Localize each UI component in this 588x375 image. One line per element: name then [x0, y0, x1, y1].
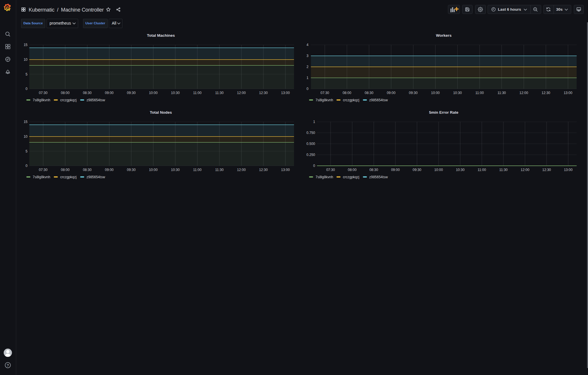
- svg-text:15: 15: [24, 43, 28, 47]
- svg-text:0: 0: [25, 87, 27, 91]
- svg-text:13:00: 13:00: [281, 91, 290, 95]
- svg-text:13:00: 13:00: [564, 91, 572, 95]
- svg-text:12:00: 12:00: [237, 91, 246, 95]
- svg-text:12:00: 12:00: [237, 168, 246, 172]
- svg-text:0: 0: [313, 164, 315, 168]
- svg-text:Total Nodes: Total Nodes: [150, 110, 172, 115]
- svg-text:11:00: 11:00: [193, 168, 201, 172]
- svg-text:08:00: 08:00: [61, 168, 69, 172]
- svg-text:0: 0: [306, 87, 308, 91]
- svg-text:09:30: 09:30: [413, 168, 421, 172]
- svg-text:5: 5: [25, 149, 27, 153]
- svg-text:10:00: 10:00: [431, 91, 440, 95]
- svg-text:z985654tsw: z985654tsw: [369, 175, 388, 179]
- svg-text:10: 10: [24, 135, 28, 139]
- svg-text:07:30: 07:30: [39, 168, 47, 172]
- svg-text:09:00: 09:00: [391, 168, 400, 172]
- svg-text:0.500: 0.500: [306, 142, 315, 146]
- svg-text:08:30: 08:30: [370, 168, 378, 172]
- svg-text:7s8lg8kvnh: 7s8lg8kvnh: [33, 175, 50, 179]
- svg-text:5min Error Rate: 5min Error Rate: [429, 110, 459, 115]
- svg-text:10:00: 10:00: [149, 91, 158, 95]
- svg-text:11:30: 11:30: [497, 91, 506, 95]
- svg-text:11:30: 11:30: [499, 168, 508, 172]
- svg-text:09:30: 09:30: [409, 91, 418, 95]
- svg-text:07:30: 07:30: [320, 91, 329, 95]
- svg-text:09:00: 09:00: [105, 91, 113, 95]
- svg-text:09:00: 09:00: [387, 91, 396, 95]
- svg-text:12:30: 12:30: [259, 168, 268, 172]
- svg-text:09:30: 09:30: [127, 91, 136, 95]
- svg-text:10:30: 10:30: [171, 91, 180, 95]
- svg-text:10:00: 10:00: [434, 168, 443, 172]
- svg-text:08:30: 08:30: [365, 91, 373, 95]
- svg-text:z985654tsw: z985654tsw: [87, 98, 105, 102]
- svg-text:12:30: 12:30: [542, 168, 551, 172]
- svg-text:1: 1: [313, 120, 315, 124]
- svg-text:10:00: 10:00: [149, 168, 158, 172]
- svg-text:crczgpkqzj: crczgpkqzj: [343, 98, 359, 102]
- svg-text:15: 15: [24, 120, 28, 124]
- svg-text:10:30: 10:30: [171, 168, 180, 172]
- svg-text:07:30: 07:30: [39, 91, 47, 95]
- svg-text:10: 10: [24, 58, 28, 62]
- svg-text:0.250: 0.250: [306, 153, 315, 157]
- svg-text:13:00: 13:00: [281, 168, 290, 172]
- svg-text:crczgpkqzj: crczgpkqzj: [60, 175, 77, 179]
- svg-text:12:00: 12:00: [519, 91, 528, 95]
- svg-text:7s8lg8kvnh: 7s8lg8kvnh: [316, 98, 333, 102]
- svg-text:1: 1: [306, 76, 308, 80]
- svg-text:08:00: 08:00: [343, 91, 351, 95]
- svg-text:Workers: Workers: [436, 33, 452, 38]
- svg-text:13:00: 13:00: [564, 168, 573, 172]
- svg-text:11:00: 11:00: [477, 168, 486, 172]
- svg-text:4: 4: [306, 43, 308, 47]
- svg-text:10:30: 10:30: [453, 91, 462, 95]
- svg-text:07:30: 07:30: [326, 168, 335, 172]
- svg-text:11:00: 11:00: [193, 91, 201, 95]
- svg-text:08:00: 08:00: [348, 168, 357, 172]
- svg-text:7s8lg8kvnh: 7s8lg8kvnh: [33, 98, 50, 102]
- svg-text:z985654tsw: z985654tsw: [87, 175, 105, 179]
- svg-text:12:00: 12:00: [521, 168, 529, 172]
- svg-text:09:00: 09:00: [105, 168, 113, 172]
- svg-text:11:30: 11:30: [215, 91, 223, 95]
- svg-text:0.750: 0.750: [306, 131, 315, 135]
- svg-text:11:00: 11:00: [475, 91, 484, 95]
- svg-text:5: 5: [25, 72, 27, 76]
- svg-text:z985654tsw: z985654tsw: [369, 98, 388, 102]
- svg-text:?: ?: [7, 363, 9, 367]
- svg-text:2: 2: [306, 65, 308, 69]
- svg-text:10:30: 10:30: [456, 168, 464, 172]
- svg-text:3: 3: [306, 54, 308, 58]
- svg-text:11:30: 11:30: [215, 168, 223, 172]
- svg-text:7s8lg8kvnh: 7s8lg8kvnh: [316, 175, 333, 179]
- svg-text:08:00: 08:00: [61, 91, 69, 95]
- svg-text:Total Machines: Total Machines: [147, 33, 175, 38]
- svg-text:0: 0: [25, 164, 27, 168]
- svg-text:09:30: 09:30: [127, 168, 136, 172]
- svg-text:12:30: 12:30: [541, 91, 550, 95]
- svg-text:12:30: 12:30: [259, 91, 268, 95]
- svg-text:08:30: 08:30: [83, 168, 91, 172]
- svg-text:crczgpkqzj: crczgpkqzj: [343, 175, 359, 179]
- svg-text:08:30: 08:30: [83, 91, 91, 95]
- svg-text:crczgpkqzj: crczgpkqzj: [60, 98, 77, 102]
